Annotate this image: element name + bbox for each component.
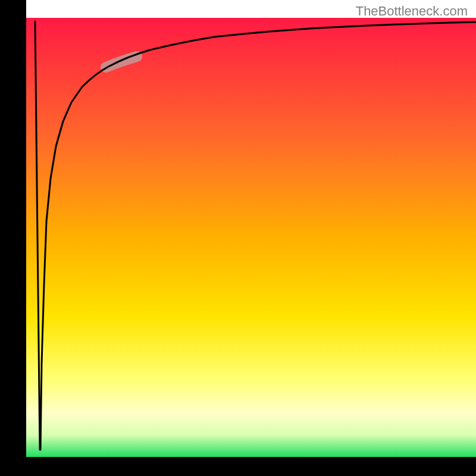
plot-background xyxy=(26,18,476,457)
watermark-text: TheBottleneck.com xyxy=(356,4,468,19)
chart-root: { "watermark": "TheBottleneck.com", "col… xyxy=(0,0,476,476)
axis-left xyxy=(0,0,26,476)
axis-bottom xyxy=(0,457,476,476)
chart-svg xyxy=(0,0,476,476)
